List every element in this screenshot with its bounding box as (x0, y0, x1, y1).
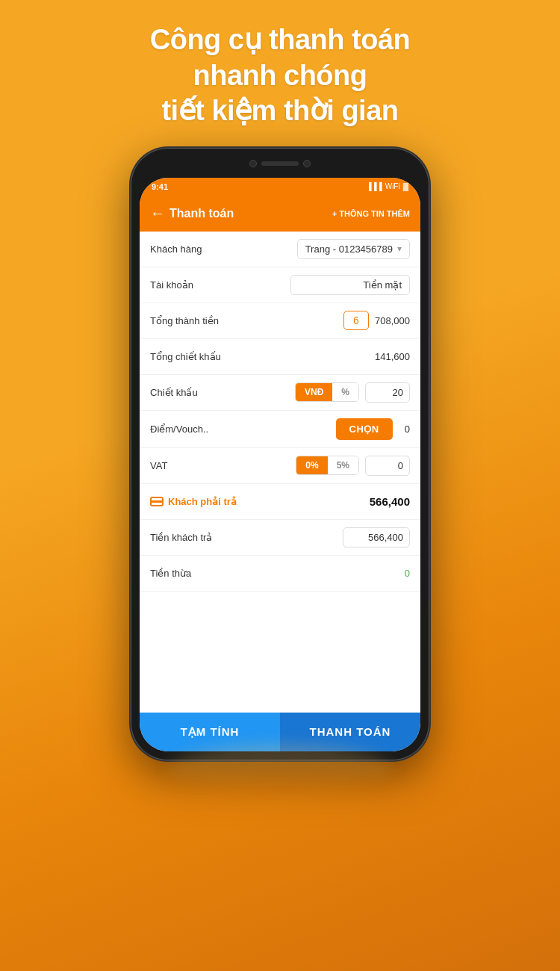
sensor (303, 160, 311, 167)
wifi-icon: WiFi (385, 182, 400, 190)
khach-phai-tra-value: 566,400 (370, 495, 410, 508)
diem-vouch-right: CHỌN 0 (336, 418, 410, 440)
chiet-khau-label: Chiết khấu (150, 387, 217, 398)
tong-thanh-tien-right: 708,000 (343, 311, 410, 330)
diem-vouch-row: Điểm/Vouch.. CHỌN 0 (140, 411, 420, 448)
chiet-khau-toggle[interactable]: VNĐ % (295, 382, 359, 402)
phone-reflection (168, 745, 392, 790)
header-title: Thanh toán (169, 207, 234, 220)
form-content: Khách hàng Trang - 0123456789 ▾ Tài khoả… (140, 232, 420, 713)
khach-hang-select[interactable]: Trang - 0123456789 ▾ (297, 239, 410, 259)
vat-0pct-btn[interactable]: 0% (296, 456, 327, 474)
vat-row: VAT 0% 5% (140, 448, 420, 484)
headline-line2: nhanh chóng (193, 60, 367, 91)
diem-vouch-label: Điểm/Vouch.. (150, 424, 217, 435)
khach-phai-tra-row: Khách phải trả 566,400 (140, 484, 420, 520)
vat-right: 0% 5% (296, 456, 410, 476)
status-icons: ▐▐▐ WiFi ▓ (366, 182, 408, 190)
phone-notch (228, 155, 332, 172)
tien-thua-value: 0 (405, 568, 410, 579)
chiet-khau-row: Chiết khấu VNĐ % (140, 375, 420, 411)
headline-line3: tiết kiệm thời gian (161, 95, 398, 126)
app-header: ← Thanh toán + THÔNG TIN THÊM (140, 196, 420, 232)
chon-button[interactable]: CHỌN (336, 418, 393, 440)
tien-thua-label: Tiền thừa (150, 568, 217, 579)
quantity-input[interactable] (343, 311, 369, 330)
tong-thanh-tien-value: 708,000 (375, 315, 410, 326)
back-button[interactable]: ← Thanh toán (150, 205, 234, 222)
content-spacer (140, 592, 420, 651)
khach-hang-label: Khách hàng (150, 243, 217, 255)
tien-khach-tra-input[interactable] (343, 527, 410, 547)
tong-chiet-khau-label: Tổng chiết khấu (150, 351, 221, 362)
chiet-khau-right: VNĐ % (295, 382, 410, 403)
khach-hang-row: Khách hàng Trang - 0123456789 ▾ (140, 232, 420, 267)
tien-thua-row: Tiền thừa 0 (140, 556, 420, 592)
tong-chiet-khau-row: Tổng chiết khấu 141,600 (140, 339, 420, 375)
battery-icon: ▓ (403, 182, 408, 190)
extra-info-button[interactable]: + THÔNG TIN THÊM (332, 209, 410, 218)
tai-khoan-label: Tài khoản (150, 279, 217, 291)
tai-khoan-value[interactable]: Tiền mặt (290, 275, 410, 295)
khach-hang-value: Trang - 0123456789 (305, 243, 393, 255)
phone-frame: 9:41 ▐▐▐ WiFi ▓ ← Thanh toán + THÔNG TIN… (131, 148, 429, 760)
vat-toggle[interactable]: 0% 5% (296, 456, 359, 475)
card-icon (150, 497, 164, 506)
back-arrow-icon: ← (150, 205, 165, 222)
tien-khach-tra-label: Tiền khách trả (150, 532, 217, 543)
vat-label: VAT (150, 460, 217, 471)
status-bar: 9:41 ▐▐▐ WiFi ▓ (140, 178, 420, 196)
headline-line1: Công cụ thanh toán (150, 24, 411, 55)
vat-5pct-btn[interactable]: 5% (328, 456, 358, 474)
vat-input[interactable] (365, 456, 410, 476)
chiet-khau-pct-btn[interactable]: % (332, 383, 358, 401)
tong-thanh-tien-row: Tổng thành tiền 708,000 (140, 303, 420, 339)
tong-chiet-khau-value: 141,600 (375, 351, 410, 362)
tai-khoan-row: Tài khoản Tiền mặt (140, 267, 420, 303)
chiet-khau-input[interactable] (365, 382, 410, 403)
tong-thanh-tien-label: Tổng thành tiền (150, 315, 219, 326)
front-camera (249, 160, 257, 167)
diem-vouch-value: 0 (405, 424, 410, 435)
khach-phai-tra-label: Khách phải trả (168, 496, 237, 507)
phone-screen: 9:41 ▐▐▐ WiFi ▓ ← Thanh toán + THÔNG TIN… (140, 178, 420, 751)
phone-mockup: 9:41 ▐▐▐ WiFi ▓ ← Thanh toán + THÔNG TIN… (131, 148, 429, 760)
speaker (261, 161, 299, 166)
chiet-khau-vnd-btn[interactable]: VNĐ (296, 383, 332, 401)
tien-khach-tra-row: Tiền khách trả (140, 520, 420, 556)
status-time: 9:41 (152, 182, 168, 191)
signal-icon: ▐▐▐ (366, 182, 382, 190)
chevron-down-icon: ▾ (397, 243, 402, 254)
khach-phai-tra-label-group: Khách phải trả (150, 496, 237, 507)
headline-text: Công cụ thanh toán nhanh chóng tiết kiệm… (135, 0, 426, 144)
